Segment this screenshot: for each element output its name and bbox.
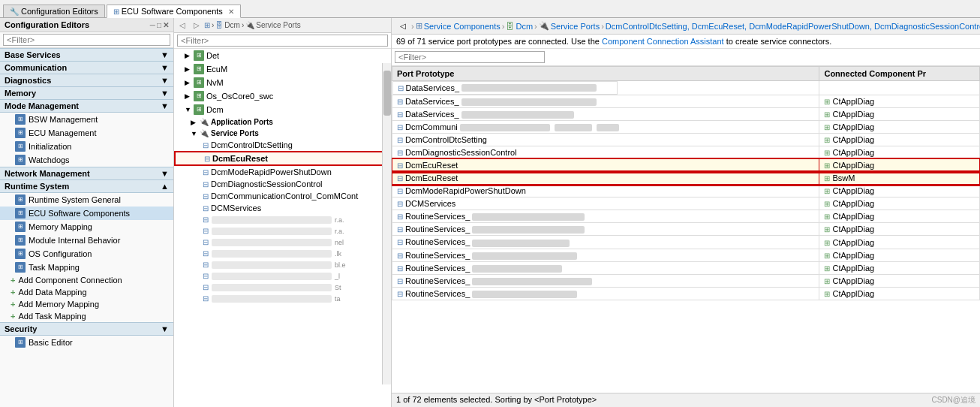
close-panel-icon[interactable]: ✕	[163, 21, 169, 29]
table-row[interactable]: ⊟ DcmModeRapidPowerShutDown ⊞ CtApplDiag	[392, 185, 980, 197]
tree-item-dcm[interactable]: ▼ ⊞ Dcm	[174, 103, 391, 116]
table-row[interactable]: ⊟ DataServices_ ⊞ CtApplDiag	[392, 95, 980, 108]
minimize-icon[interactable]: ─	[150, 21, 155, 29]
component-connection-assistant-link[interactable]: Component Connection Assistant	[602, 37, 724, 46]
table-row[interactable]: ⊟ RoutineServices_ ⊞ CtApplDiag	[392, 274, 980, 287]
tree-item-dcm-control-dtc[interactable]: ⊟ DcmControlDtcSetting	[174, 139, 391, 151]
nav-item-memory-mapping[interactable]: ⊞ Memory Mapping	[0, 220, 173, 234]
os-config-icon: ⊞	[15, 249, 26, 259]
table-row[interactable]: ⊟ DcmDiagnosticSessionControl ⊞ CtApplDi…	[392, 146, 980, 159]
toolbar-back-btn[interactable]: ◁	[176, 20, 189, 31]
nav-item-add-data-mapping[interactable]: + Add Data Mapping	[0, 286, 173, 298]
nav-item-bsw[interactable]: ⊞ BSW Management	[0, 113, 173, 126]
tree-item-ecum[interactable]: ▶ ⊞ EcuM	[174, 62, 391, 76]
tree-item-dcm-comm-ctrl[interactable]: ⊟ DcmCommunicationControl_ComMCont	[174, 190, 391, 202]
det-icon: ⊞	[194, 50, 204, 61]
nav-item-add-task-mapping[interactable]: + Add Task Mapping	[0, 310, 173, 322]
row13-icon: ⊟	[397, 238, 403, 246]
table-row[interactable]: ⊟ RoutineServices_ ⊞ CtApplDiag	[392, 210, 980, 223]
left-filter-box	[0, 32, 173, 48]
table-row[interactable]: ⊟ DCMServices ⊞ CtApplDiag	[392, 197, 980, 210]
nav-item-ecu-sw-comp[interactable]: ⊞ ECU Software Components	[0, 207, 173, 220]
breadcrumb-back-btn[interactable]: ◁	[396, 20, 410, 32]
col-port-prototype[interactable]: Port Prototype	[392, 67, 819, 81]
nav-item-add-memory-mapping[interactable]: + Add Memory Mapping	[0, 298, 173, 310]
tree-item-blurred-7[interactable]: ⊟ St	[174, 282, 391, 293]
tree-item-blurred-8[interactable]: ⊟ ta	[174, 293, 391, 304]
tree-item-det[interactable]: ▶ ⊞ Det	[174, 49, 391, 62]
breadcrumb-link-ports[interactable]: DcmControlDtcSetting, DcmEcuReset, DcmMo…	[606, 22, 980, 31]
section-diagnostics[interactable]: Diagnostics ▼	[0, 74, 173, 87]
tree-item-dcm-mode-rapid[interactable]: ⊟ DcmModeRapidPowerShutDown	[174, 166, 391, 178]
toolbar-forward-btn[interactable]: ▷	[190, 20, 203, 31]
table-row[interactable]: ⊟ RoutineServices_ ⊞ CtApplDiag	[392, 249, 980, 261]
middle-scrollbar[interactable]	[382, 63, 391, 384]
tree-item-dcm-ecu-reset[interactable]: ⊟ DcmEcuReset	[174, 151, 391, 166]
tree-item-app-ports[interactable]: ▶ 🔌 Application Ports	[174, 116, 391, 128]
table-row[interactable]: ⊟ RoutineServices_ ⊞ CtApplDiag	[392, 223, 980, 236]
tree-item-blurred-1[interactable]: ⊟ r.a.	[174, 214, 391, 225]
table-row[interactable]: ⊟ RoutineServices_ ⊞ CtApplDiag	[392, 261, 980, 274]
nav-item-ecu-mgmt[interactable]: ⊞ ECU Management	[0, 126, 173, 140]
middle-filter-input[interactable]	[177, 35, 388, 47]
module-internal-icon: ⊞	[15, 235, 26, 246]
breadcrumb-link-service-components[interactable]: Service Components	[424, 22, 501, 31]
tree-item-nvm[interactable]: ▶ ⊞ NvM	[174, 76, 391, 89]
left-panel-content: Base Services ▼ Communication ▼ Diagnost…	[0, 48, 173, 407]
row17-icon: ⊟	[397, 290, 403, 298]
tree-item-blurred-4[interactable]: ⊟ .lk	[174, 248, 391, 259]
nav-item-module-internal[interactable]: ⊞ Module Internal Behavior	[0, 234, 173, 247]
section-communication[interactable]: Communication ▼	[0, 62, 173, 74]
table-row[interactable]: ⊟ RoutineServices_ ⊞ CtApplDiag	[392, 236, 980, 249]
table-row[interactable]: ⊟ DataServices_ ⊞ CtApplDiag	[392, 108, 980, 121]
nav-item-basic-editor[interactable]: ⊞ Basic Editor	[0, 336, 173, 349]
nav-item-add-comp-conn[interactable]: + Add Component Connection	[0, 274, 173, 286]
tree-item-blurred-3[interactable]: ⊟ nel	[174, 237, 391, 248]
tree-item-dcm-services[interactable]: ⊟ DCMServices	[174, 202, 391, 214]
section-network[interactable]: Network Management ▼	[0, 167, 173, 180]
table-row[interactable]: ⊟ RoutineServices_ ⊞ CtApplDiag	[392, 287, 980, 300]
tab-configuration-editors[interactable]: 🔧 Configuration Editors	[3, 5, 105, 17]
breadcrumb-link-dcm[interactable]: Dcm	[516, 22, 533, 31]
tree-item-blurred-6[interactable]: ⊟ _l	[174, 270, 391, 282]
right-filter-input[interactable]	[395, 51, 545, 63]
tree-item-os-core[interactable]: ▶ ⊞ Os_OsCore0_swc	[174, 89, 391, 103]
section-runtime[interactable]: Runtime System ▲	[0, 180, 173, 193]
nav-item-os-config[interactable]: ⊞ OS Configuration	[0, 247, 173, 261]
table-row[interactable]: ⊟ DcmControlDtcSetting ⊞ CtApplDiag	[392, 134, 980, 146]
col-connected-comp[interactable]: Connected Component Pr	[819, 67, 980, 81]
section-memory[interactable]: Memory ▼	[0, 87, 173, 100]
row5-icon: ⊟	[397, 136, 403, 144]
section-arrow-comm: ▼	[161, 63, 169, 72]
nav-item-task-mapping[interactable]: ⊞ Task Mapping	[0, 261, 173, 274]
left-filter-input[interactable]	[3, 34, 170, 46]
tree-item-blurred-5[interactable]: ⊟ bl.e	[174, 259, 391, 270]
tree-item-dcm-diag-session[interactable]: ⊟ DcmDiagnosticSessionControl	[174, 178, 391, 190]
section-mode-management[interactable]: Mode Management ▼	[0, 100, 173, 113]
table-row[interactable]: ⊟ DcmCommuni ⊞ CtApplDiag	[392, 121, 980, 134]
ecum-icon: ⊞	[194, 64, 204, 74]
breadcrumb-link-service-ports[interactable]: Service Ports	[551, 22, 600, 31]
tree-item-blurred-2[interactable]: ⊟ r.a.	[174, 225, 391, 237]
add-task-mapping-icon: +	[11, 312, 15, 321]
nav-item-watchdogs[interactable]: ⊞ Watchdogs	[0, 153, 173, 167]
nav-item-init[interactable]: ⊞ Initialization	[0, 140, 173, 153]
maximize-icon[interactable]: □	[157, 21, 161, 29]
tab-close-icon[interactable]: ✕	[228, 8, 234, 16]
tab-ecu-software[interactable]: ⊞ ECU Software Components ✕	[107, 5, 241, 18]
nvm-icon: ⊞	[194, 77, 204, 88]
section-security[interactable]: Security ▼	[0, 322, 173, 336]
row16-connected-icon: ⊞	[824, 277, 830, 285]
middle-toolbar: ◁ ▷ ⊞ › 🗄 Dcm › 🔌 Service Ports	[174, 18, 391, 33]
row12-icon: ⊟	[397, 225, 403, 234]
nav-item-rts-general[interactable]: ⊞ Runtime System General	[0, 193, 173, 207]
section-base-services[interactable]: Base Services ▼	[0, 48, 173, 62]
memory-mapping-icon: ⊞	[15, 222, 26, 232]
table-row-dcm-ecu-reset-2[interactable]: ⊟ DcmEcuReset ⊞ BswM	[392, 172, 980, 185]
table-row[interactable]: ⊟ DataServices_	[392, 81, 980, 95]
watchdogs-icon: ⊞	[15, 155, 26, 165]
blurred-4-icon: ⊟	[203, 249, 209, 258]
table-row-dcm-ecu-reset-1[interactable]: ⊟ DcmEcuReset ⊞ CtApplDiag	[392, 159, 980, 172]
blurred-5-icon: ⊟	[203, 261, 209, 269]
tree-item-service-ports[interactable]: ▼ 🔌 Service Ports	[174, 128, 391, 139]
